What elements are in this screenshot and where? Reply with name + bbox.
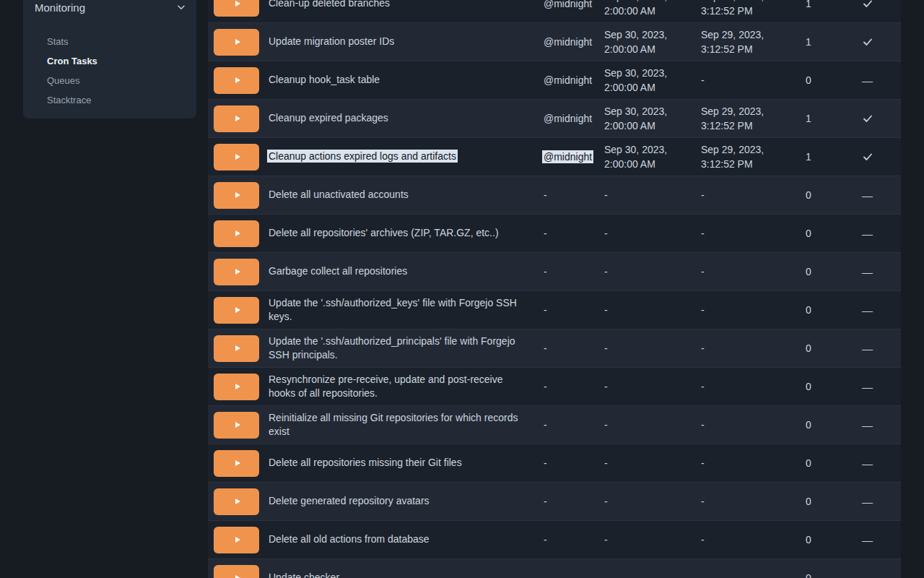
- exec-count-cell: 0: [783, 381, 834, 392]
- schedule-cell: -: [544, 228, 604, 239]
- status-cell: [834, 36, 901, 48]
- schedule-cell: -: [544, 572, 604, 578]
- run-task-cell: [208, 259, 269, 285]
- run-task-button[interactable]: [214, 335, 259, 362]
- table-row: Delete all repositories missing their Gi…: [208, 444, 901, 482]
- next-run-cell: -: [604, 456, 701, 470]
- run-task-cell: [208, 144, 269, 171]
- task-name-cell: Delete generated repository avatars: [269, 494, 544, 509]
- run-task-cell: [208, 182, 269, 209]
- check-icon: [862, 151, 873, 163]
- run-task-button[interactable]: [214, 144, 259, 171]
- exec-count-cell: 0: [783, 496, 834, 507]
- run-task-button[interactable]: [214, 450, 259, 477]
- run-task-button[interactable]: [214, 105, 259, 132]
- table-row: Garbage collect all repositories---0—: [208, 252, 901, 290]
- schedule-value: @midnight: [542, 150, 593, 163]
- last-run-cell: -: [701, 532, 783, 547]
- sidebar-item-stacktrace[interactable]: Stacktrace: [23, 90, 196, 110]
- last-run-cell: -: [701, 341, 783, 355]
- next-run-cell: -: [604, 532, 701, 547]
- exec-count-cell: 0: [783, 189, 834, 201]
- no-status-dash: —: [862, 457, 873, 470]
- sidebar-item-stats[interactable]: Stats: [23, 32, 196, 51]
- run-task-button[interactable]: [214, 29, 259, 56]
- check-icon: [862, 36, 873, 48]
- schedule-cell: -: [544, 419, 604, 431]
- run-task-button[interactable]: [214, 488, 259, 515]
- play-icon: [235, 39, 240, 45]
- run-task-button[interactable]: [214, 220, 259, 247]
- run-task-cell: [208, 527, 269, 553]
- task-name-cell: Delete all unactivated accounts: [269, 188, 544, 202]
- task-name-cell: Delete all old actions from database: [269, 532, 544, 547]
- check-icon: [862, 113, 873, 124]
- last-run-cell: Sep 29, 2023, 3:12:52 PM: [701, 104, 783, 133]
- table-row: Update the '.ssh/authorized_principals' …: [208, 329, 901, 367]
- next-run-cell: -: [604, 379, 701, 394]
- task-name-cell: Cleanup hook_task table: [269, 73, 544, 87]
- next-run-cell: -: [604, 571, 701, 578]
- last-run-cell: -: [701, 379, 783, 394]
- task-name: Delete generated repository avatars: [269, 495, 430, 506]
- run-task-cell: [208, 297, 269, 324]
- next-run-cell: -: [604, 303, 701, 317]
- monitoring-sidebar: Monitoring StatsCron TasksQueuesStacktra…: [23, 0, 196, 118]
- no-status-dash: —: [862, 342, 873, 355]
- chevron-down-icon: [176, 2, 186, 12]
- run-task-button[interactable]: [214, 67, 259, 94]
- status-cell: —: [834, 342, 901, 355]
- run-task-button[interactable]: [214, 297, 259, 324]
- table-row: Update checker---0—: [208, 558, 901, 578]
- next-run-cell: Sep 30, 2023, 2:00:00 AM: [604, 0, 701, 18]
- last-run-cell: -: [701, 264, 783, 279]
- play-icon: [235, 537, 240, 543]
- sidebar-section-label: Monitoring: [35, 1, 85, 14]
- task-name: Update migration poster IDs: [269, 35, 394, 47]
- status-cell: [834, 113, 901, 124]
- sidebar-section-monitoring[interactable]: Monitoring: [23, 0, 196, 16]
- schedule-cell: -: [544, 534, 604, 545]
- last-run-cell: -: [701, 303, 783, 317]
- exec-count-cell: 0: [783, 74, 834, 86]
- table-row: Update the '.ssh/authorized_keys' file w…: [208, 290, 901, 329]
- task-name: Update checker: [269, 571, 339, 578]
- run-task-button[interactable]: [214, 0, 259, 17]
- status-cell: [834, 0, 901, 9]
- schedule-value: @midnight: [544, 113, 592, 124]
- last-run-cell: -: [701, 456, 783, 470]
- run-task-cell: [208, 412, 269, 439]
- table-row: Delete all unactivated accounts---0—: [208, 176, 901, 214]
- run-task-button[interactable]: [214, 182, 259, 209]
- status-cell: —: [834, 74, 901, 87]
- run-task-button[interactable]: [214, 374, 259, 400]
- play-icon: [235, 345, 240, 351]
- play-icon: [235, 384, 240, 389]
- task-name: Update the '.ssh/authorized_keys' file w…: [269, 297, 517, 323]
- run-task-button[interactable]: [214, 565, 259, 578]
- table-row: Delete all repositories' archives (ZIP, …: [208, 214, 901, 252]
- play-icon: [235, 77, 240, 83]
- no-status-dash: —: [862, 534, 873, 546]
- run-task-button[interactable]: [214, 527, 259, 553]
- status-cell: —: [834, 496, 901, 508]
- last-run-cell: -: [701, 418, 783, 432]
- task-name: Reinitialize all missing Git repositorie…: [269, 412, 518, 438]
- schedule-cell: -: [544, 266, 604, 277]
- sidebar-item-cron-tasks[interactable]: Cron Tasks: [23, 51, 196, 71]
- table-row: Delete generated repository avatars---0—: [208, 482, 901, 520]
- exec-count-cell: 0: [783, 342, 834, 354]
- task-name-cell: Clean-up deleted branches: [269, 0, 544, 10]
- run-task-button[interactable]: [214, 259, 259, 285]
- no-status-dash: —: [862, 419, 873, 431]
- next-run-cell: -: [604, 226, 701, 241]
- schedule-value: -: [544, 266, 547, 277]
- task-name-cell: Cleanup actions expired logs and artifac…: [269, 150, 544, 164]
- task-name: Cleanup expired packages: [269, 112, 388, 124]
- sidebar-item-queues[interactable]: Queues: [23, 71, 196, 90]
- run-task-button[interactable]: [214, 412, 259, 439]
- run-task-cell: [208, 450, 269, 477]
- table-row: Reinitialize all missing Git repositorie…: [208, 405, 901, 444]
- next-run-cell: -: [604, 341, 701, 355]
- schedule-cell: -: [544, 304, 604, 316]
